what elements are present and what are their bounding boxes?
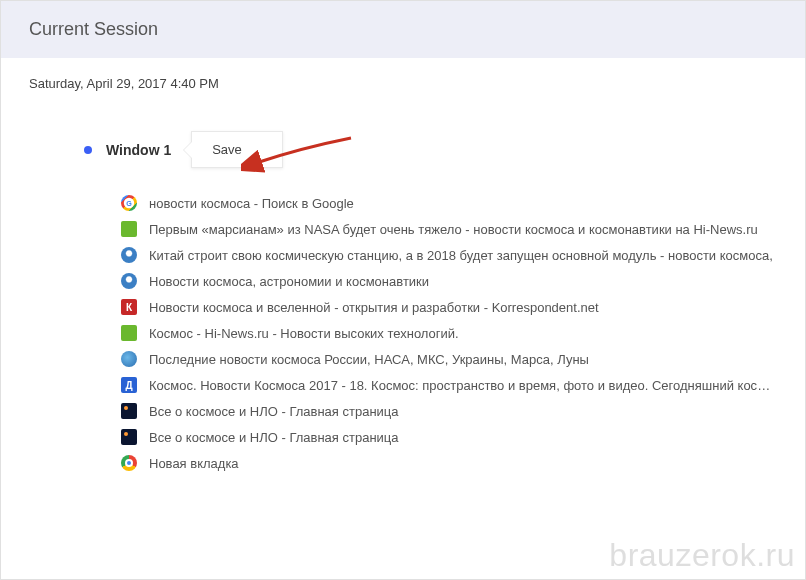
header-title: Current Session [29,19,158,39]
session-header: Current Session [1,1,805,58]
sputnik-favicon-icon [121,273,137,289]
tab-title: Последние новости космоса России, НАСА, … [149,352,589,367]
save-button[interactable]: Save [191,131,283,168]
space-favicon-icon [121,403,137,419]
tab-title: Все о космосе и НЛО - Главная страница [149,404,399,419]
tab-item[interactable]: Новая вкладка [121,450,777,476]
tab-item[interactable]: Первым «марсианам» из NASA будет очень т… [121,216,777,242]
tab-item[interactable]: Все о космосе и НЛО - Главная страница [121,424,777,450]
window-bullet-icon [84,146,92,154]
globe-favicon-icon [121,351,137,367]
tab-item[interactable]: Последние новости космоса России, НАСА, … [121,346,777,372]
sputnik-favicon-icon [121,247,137,263]
tab-title: Новости космоса и вселенной - открытия и… [149,300,599,315]
window-row[interactable]: Window 1 Save [84,131,777,168]
window-label: Window 1 [106,142,171,158]
tab-title: Новая вкладка [149,456,239,471]
arg-favicon-icon: Д [121,377,137,393]
korr-favicon-icon: К [121,299,137,315]
hinews-favicon-icon [121,221,137,237]
watermark: brauzerok.ru [609,537,795,574]
tab-title: новости космоса - Поиск в Google [149,196,354,211]
tab-title: Китай строит свою космическую станцию, а… [149,248,773,263]
tab-item[interactable]: ДКосмос. Новости Космоса 2017 - 18. Косм… [121,372,777,398]
session-timestamp: Saturday, April 29, 2017 4:40 PM [29,76,777,91]
chrome-favicon-icon [121,455,137,471]
google-favicon-icon [121,195,137,211]
tab-item[interactable]: Новости космоса, астрономии и космонавти… [121,268,777,294]
tab-title: Космос - Hi-News.ru - Новости высоких те… [149,326,459,341]
tab-item[interactable]: Китай строит свою космическую станцию, а… [121,242,777,268]
tabs-list: новости космоса - Поиск в GoogleПервым «… [121,190,777,476]
tab-item[interactable]: Все о космосе и НЛО - Главная страница [121,398,777,424]
tab-title: Космос. Новости Космоса 2017 - 18. Космо… [149,378,777,393]
space-favicon-icon [121,429,137,445]
tab-title: Первым «марсианам» из NASA будет очень т… [149,222,758,237]
hinews-favicon-icon [121,325,137,341]
save-button-label: Save [212,142,242,157]
content-area: Saturday, April 29, 2017 4:40 PM Window … [1,58,805,494]
tab-title: Все о космосе и НЛО - Главная страница [149,430,399,445]
tab-item[interactable]: новости космоса - Поиск в Google [121,190,777,216]
tab-title: Новости космоса, астрономии и космонавти… [149,274,429,289]
tab-item[interactable]: Космос - Hi-News.ru - Новости высоких те… [121,320,777,346]
tab-item[interactable]: КНовости космоса и вселенной - открытия … [121,294,777,320]
